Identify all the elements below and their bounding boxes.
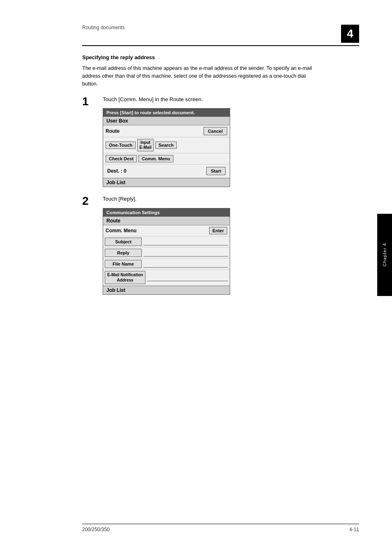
cancel-button[interactable]: Cancel xyxy=(203,127,227,135)
chapter-number-box: 4 xyxy=(341,25,359,43)
breadcrumb: Routing documents xyxy=(82,25,125,30)
step-1-number: 1 xyxy=(82,96,95,107)
chapter-tab: Chapter 4 xyxy=(377,214,392,296)
file-name-button[interactable]: File Name xyxy=(105,260,142,268)
dest-label: Dest. : 0 xyxy=(107,168,127,174)
onetouch-button[interactable]: One-Touch xyxy=(106,141,136,149)
step-1-content: Touch [Comm. Menu] in the Route screen. … xyxy=(103,96,359,187)
filename-field-line xyxy=(143,260,228,268)
route-panel: Press [Start] to route selected document… xyxy=(103,108,230,187)
onetouch-row: One-Touch InputE-Mail Search xyxy=(103,137,230,153)
subject-field-line xyxy=(143,238,228,245)
comm-menu-row: Comm. Menu Enter xyxy=(103,225,230,236)
reply-field-line xyxy=(143,249,228,257)
comm-panel-footer: Job List xyxy=(103,286,230,294)
chapter-number: 4 xyxy=(347,27,353,40)
checkdest-row: Check Dest Comm. Menu xyxy=(103,153,230,164)
comm-panel: Communication Settings Route Comm. Menu … xyxy=(103,208,230,295)
route-row: Route Cancel xyxy=(103,125,230,137)
check-dest-button[interactable]: Check Dest xyxy=(106,155,137,162)
panel-1-subheader: User Box xyxy=(103,117,230,125)
step-2-number: 2 xyxy=(82,195,95,207)
comm-menu-button[interactable]: Comm. Menu xyxy=(138,155,173,162)
section-heading: Specifying the reply address xyxy=(82,54,359,60)
subject-row: Subject xyxy=(103,236,230,247)
start-button[interactable]: Start xyxy=(206,167,226,175)
email-notification-button[interactable]: E-Mail NotificationAddress xyxy=(105,271,145,284)
panel-1-header: Press [Start] to route selected document… xyxy=(103,109,230,117)
page-header: Routing documents 4 xyxy=(82,25,359,46)
filename-row: File Name xyxy=(103,259,230,270)
email-notif-row: E-Mail NotificationAddress xyxy=(103,270,230,286)
email-notif-field-line xyxy=(147,274,228,281)
body-text: The e-mail address of this machine appea… xyxy=(82,65,312,88)
dest-row: Dest. : 0 Start xyxy=(103,164,230,178)
chapter-tab-label: Chapter 4 xyxy=(382,243,387,266)
step-2: 2 Touch [Reply]. Communication Settings … xyxy=(82,195,359,294)
step-2-instruction: Touch [Reply]. xyxy=(103,195,359,203)
routing-docs-sidebar: Routing documents xyxy=(371,238,377,292)
step-1: 1 Touch [Comm. Menu] in the Route screen… xyxy=(82,96,359,187)
enter-button[interactable]: Enter xyxy=(209,227,227,234)
page-container: Routing documents 4 Specifying the reply… xyxy=(0,0,392,555)
footer-model: 200/250/350 xyxy=(82,527,110,532)
step-2-content: Touch [Reply]. Communication Settings Ro… xyxy=(103,195,359,294)
step-1-instruction: Touch [Comm. Menu] in the Route screen. xyxy=(103,96,359,103)
panel-1-footer: Job List xyxy=(103,178,230,187)
input-email-button[interactable]: InputE-Mail xyxy=(137,139,153,151)
route-label: Route xyxy=(106,128,203,134)
subject-button[interactable]: Subject xyxy=(105,238,142,246)
reply-button[interactable]: Reply xyxy=(105,249,142,257)
reply-row: Reply xyxy=(103,247,230,259)
comm-menu-label: Comm. Menu xyxy=(106,228,136,234)
comm-panel-header: Communication Settings xyxy=(103,208,230,217)
comm-route-label: Route xyxy=(103,217,230,225)
search-button[interactable]: Search xyxy=(155,141,177,149)
page-footer: 200/250/350 4-11 xyxy=(82,524,359,532)
footer-page: 4-11 xyxy=(349,527,359,532)
